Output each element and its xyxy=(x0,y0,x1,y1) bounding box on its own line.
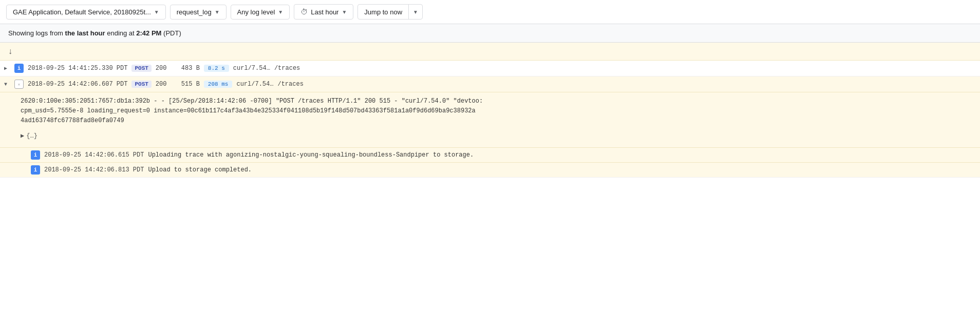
user-agent: curl/7.54… xyxy=(236,81,273,88)
http-method-badge: POST xyxy=(131,81,151,88)
toolbar: GAE Application, Default Service, 201809… xyxy=(0,0,980,24)
log-type-label: request_log xyxy=(177,8,212,16)
sub-log-row: i 2018-09-25 14:42:06.615 PDT Uploading … xyxy=(0,147,980,162)
resource-selector[interactable]: GAE Application, Default Service, 201809… xyxy=(6,5,166,20)
info-bold2: 2:42 PM xyxy=(136,29,161,37)
jump-to-now-group: Jump to now ▼ xyxy=(357,4,423,20)
down-arrow-icon: ↓ xyxy=(8,47,12,55)
severity-badge: i xyxy=(14,64,24,73)
chevron-down-icon: ▼ xyxy=(278,9,283,15)
response-size: 515 B xyxy=(174,81,200,88)
time-range-label: Last hour xyxy=(311,8,338,16)
log-timestamp: 2018-09-25 14:41:25.330 PDT xyxy=(28,65,127,72)
jump-to-now-button[interactable]: Jump to now xyxy=(358,5,408,19)
severity-badge: ✕ xyxy=(14,80,24,89)
http-method-badge: POST xyxy=(131,65,151,72)
info-bold1: the last hour xyxy=(65,29,105,37)
chevron-down-icon: ▼ xyxy=(154,9,159,15)
expand-arrow-icon: ▶ xyxy=(4,65,10,71)
log-type-selector[interactable]: request_log ▼ xyxy=(170,5,227,20)
time-range-selector[interactable]: ⏱ Last hour ▼ xyxy=(294,4,353,20)
severity-badge: i xyxy=(31,165,40,175)
info-suffix: (PDT) xyxy=(161,29,181,37)
expand-arrow-icon: ▼ xyxy=(4,82,10,87)
severity-badge: i xyxy=(31,150,40,160)
chevron-down-icon: ▼ xyxy=(215,9,220,15)
clock-icon: ⏱ xyxy=(300,8,308,16)
user-agent: curl/7.54… xyxy=(233,65,270,72)
log-row[interactable]: ▶ i 2018-09-25 14:41:25.330 PDT POST 200… xyxy=(0,61,980,76)
json-toggle-icon: ▶ xyxy=(21,131,24,141)
jump-to-now-dropdown[interactable]: ▼ xyxy=(409,6,422,18)
log-timestamp: 2018-09-25 14:42:06.615 PDT xyxy=(44,151,144,159)
log-timestamp: 2018-09-25 14:42:06.813 PDT xyxy=(44,166,144,173)
chevron-down-icon: ▼ xyxy=(413,9,418,15)
log-level-selector[interactable]: Any log level ▼ xyxy=(231,5,290,20)
log-message: Upload to storage completed. xyxy=(148,166,252,173)
latency-badge: 208 ms xyxy=(204,81,233,88)
log-message: Uploading trace with agonizing-nostalgic… xyxy=(148,151,474,159)
log-timestamp: 2018-09-25 14:42:06.607 PDT xyxy=(28,81,127,88)
resource-selector-label: GAE Application, Default Service, 201809… xyxy=(13,8,151,16)
request-path: /traces xyxy=(274,65,300,72)
log-row[interactable]: ▼ ✕ 2018-09-25 14:42:06.607 PDT POST 200… xyxy=(0,76,980,92)
info-bar: Showing logs from the last hour ending a… xyxy=(0,24,980,43)
jump-to-now-label: Jump to now xyxy=(364,8,402,16)
json-toggle[interactable]: ▶ {…} xyxy=(21,131,959,141)
status-code: 200 xyxy=(156,81,170,88)
status-code: 200 xyxy=(156,65,170,72)
log-entry: ▼ ✕ 2018-09-25 14:42:06.607 PDT POST 200… xyxy=(0,76,980,178)
timestamp-arrow-row: ↓ xyxy=(0,43,980,61)
chevron-down-icon: ▼ xyxy=(342,9,347,15)
request-path: /traces xyxy=(277,81,303,88)
log-entries-container: ▶ i 2018-09-25 14:41:25.330 PDT POST 200… xyxy=(0,61,980,178)
log-raw-text: 2620:0:100e:305:2051:7657:db1a:392b - - … xyxy=(21,96,959,126)
log-expanded-content: 2620:0:100e:305:2051:7657:db1a:392b - - … xyxy=(0,92,980,147)
log-level-label: Any log level xyxy=(237,8,275,16)
response-size: 483 B xyxy=(174,65,200,72)
json-toggle-label: {…} xyxy=(26,131,37,141)
info-prefix: Showing logs from xyxy=(8,29,65,37)
latency-badge: 8.2 s xyxy=(204,65,229,72)
info-middle: ending at xyxy=(105,29,137,37)
sub-log-row: i 2018-09-25 14:42:06.813 PDT Upload to … xyxy=(0,162,980,177)
log-entry: ▶ i 2018-09-25 14:41:25.330 PDT POST 200… xyxy=(0,61,980,76)
